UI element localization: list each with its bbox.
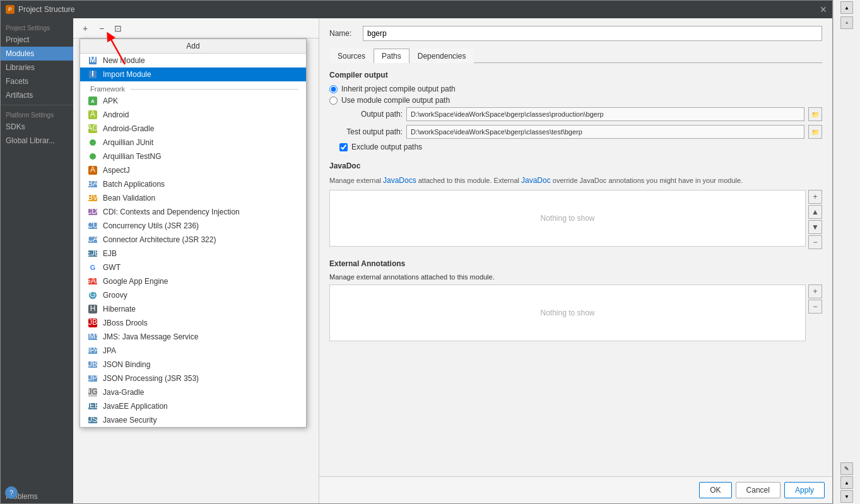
svg-text:JS: JS — [88, 416, 97, 424]
svg-text:H: H — [90, 305, 96, 313]
dropdown-item-javaee-app[interactable]: JEE JavaEE Application — [80, 399, 306, 413]
tab-paths[interactable]: Paths — [374, 49, 409, 63]
dropdown-item-cdi[interactable]: CDI CDI: Contexts and Dependency Injecti… — [80, 205, 306, 219]
output-path-input[interactable] — [406, 107, 804, 121]
dropdown-item-import-module[interactable]: I Import Module — [80, 67, 306, 81]
add-button[interactable]: + — [78, 21, 92, 35]
javadoc-add-button[interactable]: + — [808, 190, 822, 204]
output-path-row: Output path: 📁 — [339, 107, 822, 121]
test-output-path-browse-button[interactable]: 📁 — [808, 125, 822, 139]
dropdown-item-arquillian-junit[interactable]: Arquillian JUnit — [80, 136, 306, 149]
dropdown-item-jms[interactable]: JMS JMS: Java Message Service — [80, 330, 306, 344]
use-module-label: Use module compile output path — [341, 96, 450, 105]
sidebar-item-global-libraries[interactable]: Global Librar... — [1, 134, 73, 148]
ext-annotations-desc: Manage external annotations attached to … — [329, 273, 822, 281]
app-icon: P — [6, 5, 15, 14]
dropdown-item-ejb[interactable]: EJB EJB — [80, 247, 306, 261]
toolbar: + − ⊡ — [73, 18, 319, 38]
ok-button[interactable]: OK — [699, 482, 731, 498]
dropdown-item-android[interactable]: A Android — [80, 108, 306, 122]
import-module-label: Import Module — [103, 70, 151, 79]
svg-text:JEE: JEE — [88, 402, 97, 410]
svg-text:G: G — [90, 291, 95, 299]
scroll-down-button[interactable]: ▼ — [840, 490, 853, 503]
javadoc-remove-button[interactable]: − — [808, 235, 822, 249]
edit-button[interactable]: ✎ — [840, 462, 853, 475]
dropdown-item-concurrency[interactable]: CU Concurrency Utils (JSR 236) — [80, 219, 306, 233]
dropdown-item-aspectj[interactable]: A AspectJ — [80, 163, 306, 177]
sidebar: Project Settings Project Modules Librari… — [1, 18, 73, 503]
dropdown-item-jpa[interactable]: JPA JPA — [80, 344, 306, 358]
ext-annotations-title: External Annotations — [329, 259, 822, 268]
scroll-add-button[interactable]: + — [840, 16, 853, 29]
inherit-radio[interactable] — [329, 85, 338, 93]
dropdown-item-batch[interactable]: BA Batch Applications — [80, 177, 306, 191]
tab-sources[interactable]: Sources — [329, 49, 374, 63]
dropdown-item-apk[interactable]: A APK — [80, 94, 306, 108]
sidebar-item-facets[interactable]: Facets — [1, 74, 73, 88]
apk-icon: A — [88, 96, 98, 106]
dropdown-item-new-module[interactable]: M New Module — [80, 54, 306, 67]
android-icon: A — [88, 110, 98, 120]
javadoc-list: Nothing to show — [329, 190, 806, 247]
tab-dependencies[interactable]: Dependencies — [409, 49, 474, 63]
main-content: Project Settings Project Modules Librari… — [1, 18, 832, 503]
ext-ann-add-button[interactable]: + — [808, 284, 822, 298]
javadoc-move-down-button[interactable]: ▼ — [808, 220, 822, 234]
dropdown-item-connector[interactable]: CA Connector Architecture (JSR 322) — [80, 233, 306, 247]
cancel-button[interactable]: Cancel — [736, 482, 780, 498]
dropdown-item-gwt[interactable]: G GWT — [80, 261, 306, 274]
sidebar-item-artifacts[interactable]: Artifacts — [1, 88, 73, 102]
dropdown-item-android-gradle[interactable]: AG Android-Gradle — [80, 122, 306, 136]
module-icon: M — [88, 56, 98, 66]
svg-text:GAE: GAE — [88, 277, 97, 285]
svg-text:CU: CU — [88, 221, 97, 230]
output-path-browse-button[interactable]: 📁 — [808, 107, 822, 121]
dropdown-item-json-binding[interactable]: JB JSON Binding — [80, 358, 306, 372]
sidebar-item-libraries[interactable]: Libraries — [1, 61, 73, 74]
dropdown-item-json-processing[interactable]: JP JSON Processing (JSR 353) — [80, 372, 306, 385]
sidebar-item-modules[interactable]: Modules — [1, 47, 73, 61]
name-input[interactable] — [363, 26, 822, 41]
test-output-path-input[interactable] — [406, 125, 804, 139]
connector-icon: CA — [88, 235, 98, 245]
svg-text:JP: JP — [88, 374, 97, 382]
scroll-top-button[interactable]: ▲ — [840, 1, 853, 14]
output-path-label: Output path: — [339, 110, 403, 119]
dropdown-item-jboss[interactable]: JB JBoss Drools — [80, 316, 306, 330]
javadoc-list-buttons: + ▲ ▼ − — [808, 190, 822, 249]
right-panel: Name: Sources Paths Dependencies — [319, 18, 832, 503]
apply-button[interactable]: Apply — [784, 482, 825, 498]
tab-bar: Sources Paths Dependencies — [329, 49, 822, 63]
javadoc-link[interactable]: JavaDocs — [383, 176, 416, 185]
use-module-radio[interactable] — [329, 97, 338, 105]
close-button[interactable]: ✕ — [820, 5, 827, 14]
javadoc-link2[interactable]: JavaDoc — [521, 176, 551, 185]
svg-text:CA: CA — [88, 235, 97, 243]
remove-button[interactable]: − — [95, 21, 109, 35]
svg-text:JMS: JMS — [88, 332, 97, 341]
svg-text:JB: JB — [88, 360, 97, 368]
scroll-up-button[interactable]: ▲ — [840, 476, 853, 489]
javadoc-move-up-button[interactable]: ▲ — [808, 205, 822, 219]
titlebar: P Project Structure ✕ — [1, 1, 832, 18]
dropdown-menu: Add M New Module I Import Module Framewo… — [80, 38, 307, 428]
json-processing-icon: JP — [88, 373, 98, 384]
ext-annotations-list: Nothing to show — [329, 284, 806, 341]
dropdown-item-bean-validation[interactable]: BV Bean Validation — [80, 191, 306, 205]
ext-ann-remove-button[interactable]: − — [808, 300, 822, 314]
sidebar-item-sdks[interactable]: SDKs — [1, 120, 73, 134]
bean-validation-icon: BV — [88, 193, 98, 203]
help-button[interactable]: ? — [5, 486, 18, 499]
dropdown-item-java-gradle[interactable]: JG Java-Gradle — [80, 385, 306, 399]
dropdown-item-hibernate[interactable]: H Hibernate — [80, 302, 306, 316]
dropdown-item-javaee-security[interactable]: JS Javaee Security — [80, 413, 306, 427]
dropdown-item-gae[interactable]: GAE Google App Engine — [80, 274, 306, 288]
exclude-checkbox[interactable] — [339, 143, 348, 151]
window-title: Project Structure — [18, 5, 74, 14]
dropdown-item-arquillian-testng[interactable]: Arquillian TestNG — [80, 149, 306, 163]
dropdown-item-groovy[interactable]: G Groovy — [80, 288, 306, 302]
copy-button[interactable]: ⊡ — [111, 21, 125, 35]
sidebar-item-project[interactable]: Project — [1, 33, 73, 47]
arquillian-testng-icon — [88, 151, 98, 161]
